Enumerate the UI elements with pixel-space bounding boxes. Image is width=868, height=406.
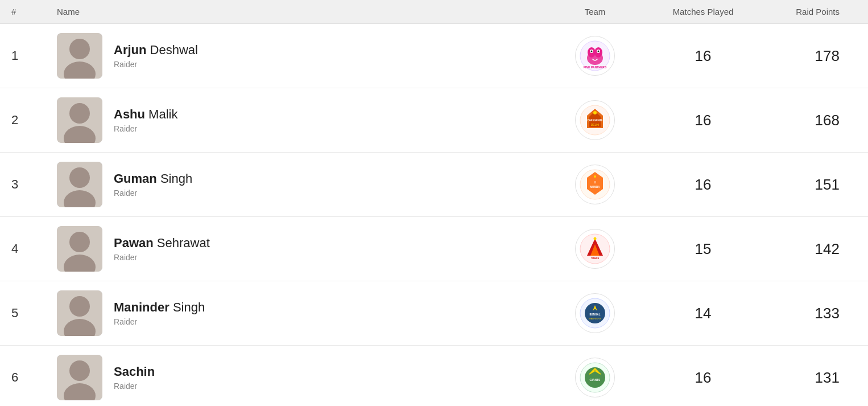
svg-text:DABANG: DABANG xyxy=(588,118,603,122)
points-cell: 168 xyxy=(754,112,857,129)
team-cell: DABANG DELHI xyxy=(538,100,652,140)
team-logo: PINK PANTHERS xyxy=(575,36,615,76)
player-role: Raider xyxy=(114,382,155,391)
matches-cell: 16 xyxy=(652,112,754,129)
svg-text:MUMBA: MUMBA xyxy=(590,186,600,188)
rank-cell: 3 xyxy=(11,177,57,192)
team-cell: BENGAL WARRIORS xyxy=(538,293,652,333)
table-header: # Name Team Matches Played Raid Points xyxy=(0,0,868,24)
matches-cell: 16 xyxy=(652,369,754,387)
player-role: Raider xyxy=(114,188,192,198)
player-cell: Ashu Malik Raider xyxy=(57,97,538,143)
avatar xyxy=(57,355,102,400)
rank-header: # xyxy=(11,7,57,17)
svg-text:WARRIORS: WARRIORS xyxy=(589,317,601,320)
table-row[interactable]: 3 Guman Singh Raider U MUMBA xyxy=(0,153,868,217)
team-logo: DABANG DELHI xyxy=(575,100,615,140)
points-cell: 131 xyxy=(754,369,857,387)
table-row[interactable]: 2 Ashu Malik Raider DABANG DELHI xyxy=(0,88,868,153)
avatar xyxy=(57,290,102,336)
svg-text:TITANS: TITANS xyxy=(591,257,599,260)
svg-point-22 xyxy=(69,167,90,188)
svg-point-35 xyxy=(69,296,90,317)
player-cell: Maninder Singh Raider xyxy=(57,290,538,336)
player-info: Arjun Deshwal Raider xyxy=(114,43,198,69)
svg-text:BENGAL: BENGAL xyxy=(590,313,601,316)
player-name: Arjun Deshwal xyxy=(114,43,198,58)
svg-text:GIANTS: GIANTS xyxy=(590,378,601,382)
player-name: Guman Singh xyxy=(114,171,192,186)
player-name: Maninder Singh xyxy=(114,300,205,315)
matches-cell: 14 xyxy=(652,305,754,322)
player-role: Raider xyxy=(114,253,210,262)
team-logo: GIANTS xyxy=(575,358,615,397)
avatar xyxy=(57,97,102,143)
rank-cell: 4 xyxy=(11,241,57,256)
player-role: Raider xyxy=(114,124,177,133)
svg-point-10 xyxy=(598,51,600,52)
player-cell: Arjun Deshwal Raider xyxy=(57,33,538,79)
name-header: Name xyxy=(57,7,538,17)
player-info: Guman Singh Raider xyxy=(114,171,192,198)
player-info: Maninder Singh Raider xyxy=(114,300,205,326)
team-logo: TITANS xyxy=(575,229,615,269)
points-cell: 133 xyxy=(754,305,857,322)
table-body: 1 Arjun Deshwal Raider xyxy=(0,24,868,406)
points-cell: 178 xyxy=(754,47,857,65)
leaderboard-table: # Name Team Matches Played Raid Points 1… xyxy=(0,0,868,406)
svg-point-1 xyxy=(69,39,90,59)
points-cell: 142 xyxy=(754,240,857,258)
player-cell: Pawan Sehrawat Raider xyxy=(57,226,538,272)
svg-point-42 xyxy=(69,360,90,381)
svg-point-20 xyxy=(593,111,597,114)
player-cell: Guman Singh Raider xyxy=(57,162,538,207)
svg-point-27 xyxy=(594,175,596,178)
player-name: Pawan Sehrawat xyxy=(114,236,210,251)
player-cell: Sachin Raider xyxy=(57,355,538,400)
points-header: Raid Points xyxy=(754,7,857,17)
player-info: Ashu Malik Raider xyxy=(114,107,177,133)
matches-header: Matches Played xyxy=(652,7,754,17)
svg-text:PINK PANTHERS: PINK PANTHERS xyxy=(584,65,607,69)
svg-point-33 xyxy=(594,237,597,240)
avatar xyxy=(57,226,102,272)
table-row[interactable]: 5 Maninder Singh Raider BENGAL WARRIORS xyxy=(0,281,868,346)
rank-cell: 6 xyxy=(11,370,57,385)
team-header: Team xyxy=(538,7,652,17)
points-cell: 151 xyxy=(754,176,857,194)
player-name: Ashu Malik xyxy=(114,107,177,122)
player-role: Raider xyxy=(114,317,205,326)
rank-cell: 5 xyxy=(11,306,57,321)
table-row[interactable]: 4 Pawan Sehrawat Raider TITANS xyxy=(0,217,868,281)
avatar xyxy=(57,162,102,207)
svg-point-9 xyxy=(591,51,593,52)
team-logo: BENGAL WARRIORS xyxy=(575,293,615,333)
table-row[interactable]: 6 Sachin Raider GIANTS xyxy=(0,346,868,406)
player-info: Pawan Sehrawat Raider xyxy=(114,236,210,262)
team-cell: GIANTS xyxy=(538,358,652,397)
team-cell: U MUMBA xyxy=(538,165,652,204)
svg-point-13 xyxy=(69,103,90,124)
matches-cell: 16 xyxy=(652,176,754,194)
team-cell: PINK PANTHERS xyxy=(538,36,652,76)
team-cell: TITANS xyxy=(538,229,652,269)
matches-cell: 15 xyxy=(652,240,754,258)
rank-cell: 1 xyxy=(11,48,57,63)
svg-text:U: U xyxy=(594,181,596,184)
player-role: Raider xyxy=(114,60,198,69)
rank-cell: 2 xyxy=(11,113,57,128)
matches-cell: 16 xyxy=(652,47,754,65)
svg-point-29 xyxy=(69,232,90,252)
table-row[interactable]: 1 Arjun Deshwal Raider xyxy=(0,24,868,88)
player-name: Sachin xyxy=(114,364,155,379)
player-info: Sachin Raider xyxy=(114,364,155,391)
svg-text:DELHI: DELHI xyxy=(591,123,600,126)
avatar xyxy=(57,33,102,79)
team-logo: U MUMBA xyxy=(575,165,615,204)
